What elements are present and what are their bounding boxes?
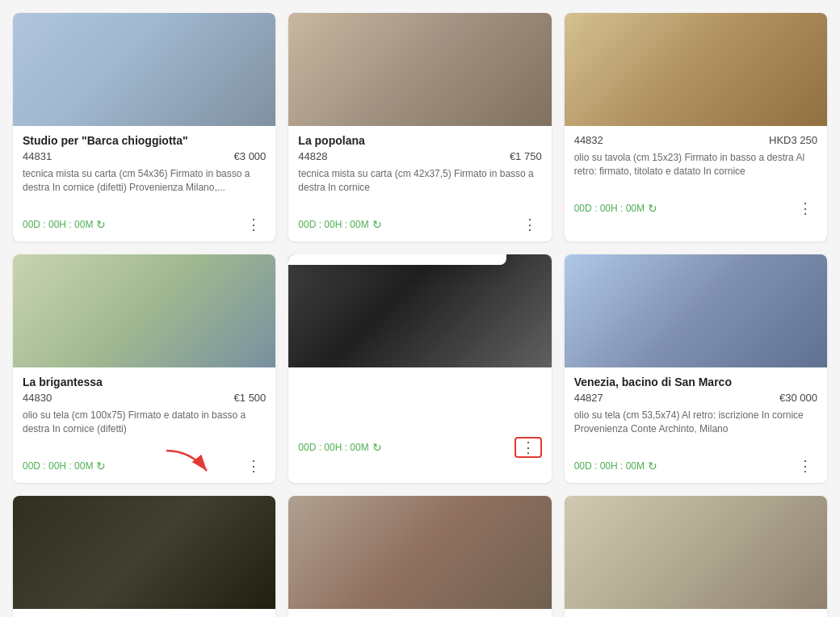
card-image xyxy=(288,13,551,126)
card-title: La brigantessa xyxy=(23,376,266,388)
more-options-button[interactable]: ⋮ xyxy=(242,457,266,475)
card-image xyxy=(288,496,551,609)
artwork-card: La popolana 44828 €1 750 tecnica mista s… xyxy=(288,13,551,241)
card-footer: 00D : 00H : 00M ↻ ⋮ xyxy=(13,452,275,483)
card-code: 44832 xyxy=(574,134,603,146)
main-container: Studio per "Barca chioggiotta" 44831 €3 … xyxy=(0,0,840,617)
more-options-button[interactable]: ⋮ xyxy=(793,199,817,217)
artwork-grid: Studio per "Barca chioggiotta" 44831 €3 … xyxy=(0,0,840,617)
card-image xyxy=(13,254,275,367)
card-footer: 00D : 00H : 00M ↻ ⋮ xyxy=(13,211,275,241)
artwork-card xyxy=(565,496,827,617)
card-timer: 00D : 00H : 00M ↻ xyxy=(298,441,381,454)
card-price: €3 000 xyxy=(234,150,267,162)
card-price: €1 500 xyxy=(234,392,267,404)
card-timer: 00D : 00H : 00M ↻ xyxy=(23,218,106,231)
card-body xyxy=(288,367,551,432)
card-footer: 00D : 00H : 00M ↻ ⋮ xyxy=(288,432,551,466)
card-desc: olio su tavola (cm 15x23) Firmato in bas… xyxy=(574,151,817,180)
card-image xyxy=(565,254,827,367)
card-meta: 44828 €1 750 xyxy=(298,150,541,162)
more-options-button[interactable]: ⋮ xyxy=(793,457,817,475)
card-desc: tecnica mista su carta (cm 42x37,5) Firm… xyxy=(298,167,541,196)
card-body xyxy=(565,609,827,617)
refresh-icon: ↻ xyxy=(96,460,106,472)
card-body: 44832 HKD3 250 olio su tavola (cm 15x23)… xyxy=(565,126,827,195)
card-footer: 00D : 00H : 00M ↻ ⋮ xyxy=(288,211,551,241)
card-desc: olio su tela (cm 53,5x74) Al retro: iscr… xyxy=(574,409,817,438)
card-body: Venezia, bacino di San Marco 44827 €30 0… xyxy=(565,367,827,452)
card-image xyxy=(288,254,551,367)
card-title: La popolana xyxy=(298,134,541,147)
delete-item[interactable]: Delete xyxy=(288,254,506,258)
card-meta: 44832 HKD3 250 xyxy=(574,134,817,146)
dropdown-popup: Create a campaign i 🌐 Display i xyxy=(288,254,506,265)
card-body xyxy=(13,609,275,617)
card-code: 44828 xyxy=(298,150,327,162)
card-timer: 00D : 00H : 00M ↻ xyxy=(298,218,381,231)
more-options-button[interactable]: ⋮ xyxy=(242,216,266,233)
card-code: 44830 xyxy=(23,392,52,404)
card-price: €1 750 xyxy=(510,150,542,162)
dropdown-menu: Create a campaign i 🌐 Display i xyxy=(288,254,506,265)
card-timer: 00D : 00H : 00M ↻ xyxy=(23,460,106,472)
card-meta: 44827 €30 000 xyxy=(574,392,817,404)
card-timer: 00D : 00H : 00M ↻ xyxy=(574,202,657,215)
refresh-icon: ↻ xyxy=(648,460,657,472)
arrow-annotation xyxy=(158,443,223,483)
card-code: 44831 xyxy=(23,150,52,162)
refresh-icon: ↻ xyxy=(96,218,106,231)
card-body xyxy=(288,609,551,617)
card-footer: 00D : 00H : 00M ↻ ⋮ xyxy=(565,452,827,483)
card-desc: olio su tela (cm 100x75) Firmato e datat… xyxy=(23,409,266,438)
more-options-button[interactable]: ⋮ xyxy=(518,216,542,233)
more-options-button-active[interactable]: ⋮ xyxy=(514,437,542,458)
artwork-card: La brigantessa 44830 €1 500 olio su tela… xyxy=(13,254,275,483)
card-body: Studio per "Barca chioggiotta" 44831 €3 … xyxy=(13,126,275,211)
artwork-card xyxy=(288,496,551,617)
artwork-card: Venezia, bacino di San Marco 44827 €30 0… xyxy=(565,254,827,483)
card-image xyxy=(13,496,275,609)
refresh-icon: ↻ xyxy=(372,441,382,454)
card-image xyxy=(13,13,275,126)
card-price: €30 000 xyxy=(779,392,817,404)
artwork-card-active: 00D : 00H : 00M ↻ ⋮ Create a campaign i … xyxy=(288,254,551,483)
card-price: HKD3 250 xyxy=(769,134,817,146)
card-body: La popolana 44828 €1 750 tecnica mista s… xyxy=(288,126,551,211)
card-title: Studio per "Barca chioggiotta" xyxy=(23,134,266,147)
card-image xyxy=(565,13,827,126)
card-image xyxy=(565,496,827,609)
card-code: 44827 xyxy=(574,392,603,404)
card-footer: 00D : 00H : 00M ↻ ⋮ xyxy=(565,195,827,225)
refresh-icon: ↻ xyxy=(372,218,382,231)
card-title: Venezia, bacino di San Marco xyxy=(574,376,817,388)
artwork-card: Studio per "Barca chioggiotta" 44831 €3 … xyxy=(13,13,275,241)
card-meta: 44830 €1 500 xyxy=(23,392,266,404)
card-body: La brigantessa 44830 €1 500 olio su tela… xyxy=(13,367,275,452)
card-desc: tecnica mista su carta (cm 54x36) Firmat… xyxy=(23,167,266,196)
refresh-icon: ↻ xyxy=(648,202,657,215)
artwork-card: 44832 HKD3 250 olio su tavola (cm 15x23)… xyxy=(565,13,827,241)
card-timer: 00D : 00H : 00M ↻ xyxy=(574,460,657,472)
artwork-card xyxy=(13,496,275,617)
card-meta: 44831 €3 000 xyxy=(23,150,266,162)
